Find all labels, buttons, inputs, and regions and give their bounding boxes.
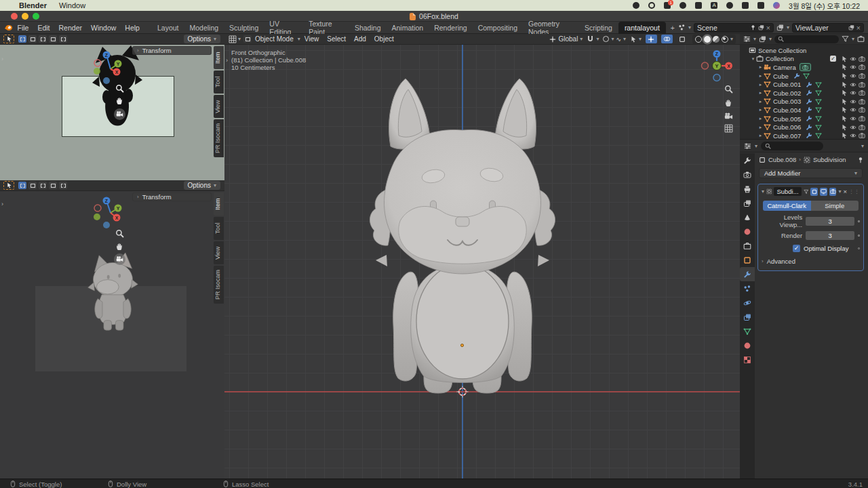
viewport-bl-canvas[interactable]: Z Y X ›Transform ItemToolViewPR Isocam › [0, 191, 224, 479]
hide-render-toggle-icon[interactable] [859, 81, 865, 88]
properties-tab-output[interactable] [740, 182, 755, 196]
topbar-menu-help[interactable]: Help [125, 24, 140, 32]
zoom-icon[interactable] [115, 84, 124, 93]
topbar-menu-render[interactable]: Render [59, 24, 82, 32]
outliner-row[interactable]: ▸Cube.003 [740, 98, 868, 106]
show-gizmo-toggle[interactable]: ▾ [630, 36, 642, 43]
animate-dot[interactable] [858, 235, 860, 237]
expand-arrow-icon[interactable]: ▸ [757, 90, 764, 96]
app-badge-icon[interactable]: 1 [664, 2, 671, 9]
display-mode-icon[interactable] [759, 35, 766, 43]
on-cage-toggle[interactable] [810, 188, 818, 196]
render-levels-value[interactable]: 3 [806, 231, 854, 240]
delete-modifier-icon[interactable]: × [843, 188, 847, 195]
properties-tab-tool[interactable] [740, 153, 755, 167]
topbar-menu-window[interactable]: Window [91, 24, 116, 32]
outliner-row[interactable]: ▸Cube.006 [740, 123, 868, 131]
sidebar-tab-tool[interactable]: Tool [214, 217, 224, 240]
navigation-gizmo[interactable]: Z Y X [92, 194, 125, 232]
pin-icon[interactable] [857, 157, 864, 163]
snapping-toggle[interactable]: ▾ [587, 35, 599, 43]
selectable-toggle-icon[interactable] [841, 98, 848, 105]
selectable-toggle-icon[interactable] [841, 64, 848, 70]
outliner-row[interactable]: ▸Cube.004 [740, 106, 868, 115]
hide-viewport-toggle-icon[interactable] [850, 56, 856, 62]
sidebar-tab-view[interactable]: View [214, 241, 224, 264]
adobe-cc-icon[interactable] [648, 2, 655, 9]
siri-icon[interactable] [773, 2, 780, 9]
outliner-item-label[interactable]: Cube.003 [773, 98, 801, 105]
select-mode-extend-button[interactable] [28, 35, 37, 43]
select-mode-intersect-button[interactable] [59, 35, 67, 43]
blender-logo-icon[interactable] [4, 23, 13, 32]
sidebar-tab-tool[interactable]: Tool [214, 70, 224, 94]
properties-tab-constraints[interactable] [740, 310, 755, 324]
new-viewlayer-icon[interactable] [848, 24, 854, 30]
editor-type-icon[interactable] [229, 35, 237, 43]
modifier-extras-dropdown[interactable]: ▾ [838, 188, 841, 195]
properties-tab-material[interactable] [740, 338, 755, 352]
tool-options-button[interactable]: Options▾ [184, 35, 220, 43]
workspace-tab[interactable]: Layout [153, 22, 184, 33]
hide-viewport-toggle-icon[interactable] [850, 115, 856, 122]
material-preview-button[interactable] [713, 36, 719, 43]
hide-viewport-toggle-icon[interactable] [850, 106, 856, 113]
properties-tab-world[interactable] [740, 224, 755, 239]
expand-arrow-icon[interactable]: ▸ [757, 64, 764, 70]
expand-arrow-icon[interactable]: ▸ [757, 82, 764, 87]
menu-bar-clock[interactable]: 3월 8일 (수) 오후 10:22 [789, 1, 860, 11]
hide-viewport-toggle-icon[interactable] [850, 73, 856, 79]
select-mode-subtract-button[interactable] [39, 182, 47, 189]
hide-viewport-toggle-icon[interactable] [850, 98, 856, 105]
toolbar-expand-icon[interactable]: › [1, 56, 3, 62]
properties-tab-physics[interactable] [740, 296, 755, 310]
drag-handle-icon[interactable]: ⋮⋮ [849, 189, 860, 195]
properties-tab-collection[interactable] [740, 239, 755, 253]
select-mode-invert-button[interactable] [49, 182, 57, 189]
select-mode-extend-button[interactable] [28, 182, 37, 189]
outliner-item-label[interactable]: Scene Collection [758, 47, 806, 54]
levels-viewport-value[interactable]: 3 [806, 217, 854, 226]
viewlayer-icon[interactable] [776, 24, 784, 31]
optimal-display-checkbox[interactable]: ✓ [793, 245, 800, 252]
select-mode-invert-button[interactable] [49, 35, 57, 43]
zoom-icon[interactable] [724, 85, 733, 94]
spotlight-icon[interactable] [742, 2, 749, 9]
active-tool-select-button[interactable] [3, 35, 14, 43]
wireframe-shading-button[interactable] [695, 36, 702, 43]
transform-orientation-dropdown[interactable]: Global▾ [549, 35, 583, 43]
pin-icon[interactable] [750, 24, 756, 30]
network-icon[interactable] [726, 2, 733, 9]
outliner-item-label[interactable]: Cube.004 [773, 106, 801, 114]
selectable-toggle-icon[interactable] [841, 89, 848, 96]
outliner-item-label[interactable]: Cube.006 [773, 123, 801, 131]
hide-viewport-toggle-icon[interactable] [850, 124, 856, 131]
properties-tab-data[interactable] [740, 324, 755, 338]
expand-arrow-icon[interactable]: ▾ [750, 56, 756, 62]
active-tool-select-button[interactable] [3, 181, 14, 190]
solid-shading-button[interactable] [704, 36, 711, 43]
properties-search-input[interactable] [761, 142, 823, 150]
outliner-row[interactable]: ▸Cube.002 [740, 89, 868, 98]
pan-hand-icon[interactable] [115, 242, 124, 251]
outliner-item-label[interactable]: Cube.002 [773, 89, 801, 97]
topbar-menu-edit[interactable]: Edit [37, 24, 50, 32]
properties-tab-modifiers[interactable] [740, 267, 755, 281]
expand-arrow-icon[interactable]: ▸ [757, 116, 764, 121]
workspace-tab[interactable]: Scripting [580, 22, 617, 33]
input-source-icon[interactable]: A [711, 2, 717, 9]
properties-tab-view-layer[interactable] [740, 196, 755, 210]
hide-render-toggle-icon[interactable] [859, 115, 865, 122]
expand-arrow-icon[interactable]: ▸ [757, 125, 764, 130]
zoom-icon[interactable] [115, 229, 124, 238]
render-display-toggle[interactable] [829, 188, 837, 196]
hide-render-toggle-icon[interactable] [859, 132, 865, 139]
xray-toggle[interactable] [677, 35, 688, 43]
expand-arrow-icon[interactable]: ▸ [757, 73, 764, 79]
camera-view-icon[interactable] [724, 112, 733, 121]
selectable-toggle-icon[interactable] [841, 124, 848, 131]
outliner-row[interactable]: ▾Collection✓ [740, 55, 868, 64]
orthographic-toggle-icon[interactable] [724, 124, 733, 133]
hide-viewport-toggle-icon[interactable] [850, 89, 856, 96]
new-scene-icon[interactable] [758, 24, 764, 30]
